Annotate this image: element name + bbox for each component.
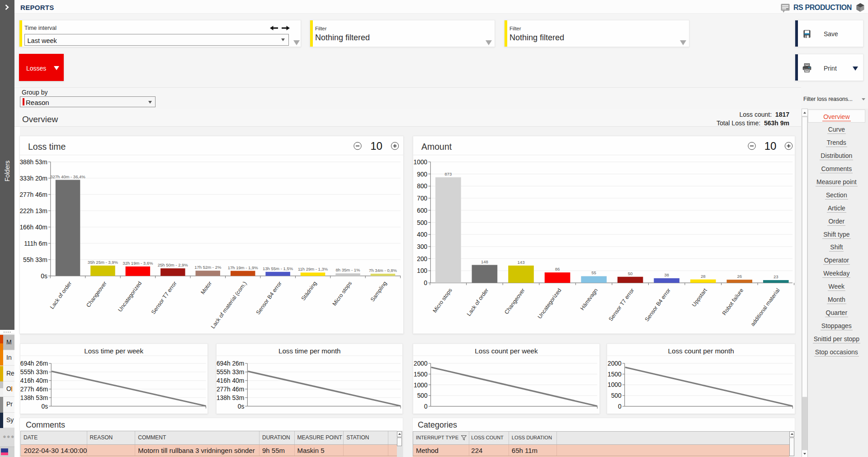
svg-text:Motor: Motor [199,280,213,295]
svg-text:2000: 2000 [414,360,428,367]
svg-text:0: 0 [424,280,428,286]
svg-text:555h 33m: 555h 33m [216,369,244,376]
svg-text:Sensor B4 error: Sensor B4 error [255,280,283,315]
svg-text:Loss time per week: Loss time per week [84,347,143,355]
svg-text:416h 40m: 416h 40m [216,377,244,384]
svg-text:900: 900 [417,171,427,178]
svg-text:0s: 0s [42,403,48,409]
svg-text:Sensor T7 error: Sensor T7 error [150,280,178,315]
svg-text:10: 10 [370,140,382,152]
svg-text:138h 53m: 138h 53m [20,394,48,401]
svg-text:0s: 0s [237,403,244,409]
svg-text:Micro stops: Micro stops [331,280,353,307]
svg-text:1000: 1000 [414,159,428,166]
svg-text:800: 800 [417,183,427,190]
svg-text:277h 46m: 277h 46m [20,386,48,392]
svg-text:Uncategorized: Uncategorized [536,287,562,320]
svg-text:700: 700 [417,195,427,202]
svg-text:222h 13m: 222h 13m [19,208,47,214]
svg-text:25h 50m - 2,9%: 25h 50m - 2,9% [158,262,189,267]
svg-text:694h 26m: 694h 26m [20,360,48,367]
svg-text:Loss time per month: Loss time per month [278,347,340,355]
svg-text:555h 33m: 555h 33m [20,369,48,376]
svg-text:17h 19m - 1,9%: 17h 19m - 1,9% [228,265,259,270]
svg-text:2000: 2000 [608,360,622,367]
svg-text:166h 40m: 166h 40m [19,224,47,231]
svg-text:Changeover: Changeover [503,287,526,315]
svg-text:1000: 1000 [414,381,428,388]
svg-text:100: 100 [417,267,427,274]
svg-text:143: 143 [518,260,525,265]
svg-text:Städning: Städning [300,280,318,302]
svg-text:333h 20m: 333h 20m [19,175,47,182]
svg-text:Micro stops: Micro stops [432,287,453,314]
svg-text:Changeover: Changeover [85,280,108,308]
svg-text:500: 500 [611,392,621,399]
svg-text:1500: 1500 [608,371,622,377]
svg-text:10: 10 [764,140,777,152]
svg-text:277h 46m: 277h 46m [19,191,47,198]
svg-text:138h 53m: 138h 53m [216,394,244,401]
svg-text:26: 26 [737,274,742,279]
svg-text:8h 35m - 1%: 8h 35m - 1% [336,267,360,272]
svg-text:148: 148 [481,259,488,264]
svg-text:Lack of order: Lack of order [49,280,73,310]
svg-text:17h 52m - 2%: 17h 52m - 2% [194,265,222,270]
svg-text:600: 600 [417,207,427,214]
svg-text:additional material: additional material [750,287,781,328]
svg-text:55h 33m: 55h 33m [23,257,47,263]
svg-text:0: 0 [618,403,622,410]
svg-text:38: 38 [664,272,669,277]
svg-text:400: 400 [417,231,427,238]
svg-text:500: 500 [417,392,427,399]
svg-text:694h 26m: 694h 26m [216,360,244,367]
svg-text:111h 6m: 111h 6m [24,240,47,247]
svg-text:Robot failure: Robot failure [721,287,745,317]
svg-text:500: 500 [417,219,427,226]
svg-text:300: 300 [417,243,427,250]
svg-text:0: 0 [424,403,428,410]
svg-text:1500: 1500 [414,371,428,377]
svg-text:Sensor B4 error: Sensor B4 error [644,287,672,323]
svg-text:388h 53m: 388h 53m [19,159,47,166]
svg-text:Lack of order: Lack of order [466,287,490,317]
svg-text:Amount: Amount [421,142,452,152]
svg-text:Loss count per week: Loss count per week [475,347,538,355]
svg-text:Sampling: Sampling [369,280,388,303]
svg-text:416h 40m: 416h 40m [20,377,48,384]
svg-text:32h 19m - 3,6%: 32h 19m - 3,6% [123,261,153,266]
svg-text:327h 40m - 36,4%: 327h 40m - 36,4% [50,174,85,179]
svg-text:50: 50 [628,271,633,276]
svg-text:Uncategorized: Uncategorized [117,280,143,313]
svg-text:86: 86 [555,267,560,271]
svg-text:55: 55 [591,270,596,275]
svg-text:Sensor T7 error: Sensor T7 error [608,287,636,323]
svg-text:Lack of material (com.): Lack of material (com.) [210,280,248,329]
svg-text:277h 46m: 277h 46m [216,386,244,392]
svg-text:35h 25m - 3,9%: 35h 25m - 3,9% [88,260,118,265]
svg-text:11h 29m - 1,3%: 11h 29m - 1,3% [298,267,328,271]
svg-text:873: 873 [444,171,452,176]
svg-text:23: 23 [774,274,778,279]
svg-text:1000: 1000 [608,381,622,388]
svg-text:Loss count per month: Loss count per month [668,347,734,355]
svg-text:Uppstart: Uppstart [691,287,708,308]
svg-text:Loss time: Loss time [28,142,66,152]
svg-text:13h 55m - 1,5%: 13h 55m - 1,5% [263,266,293,271]
svg-text:200: 200 [417,256,427,262]
svg-text:Hämtvagn: Hämtvagn [579,287,599,312]
svg-text:0s: 0s [41,273,47,280]
svg-text:28: 28 [701,274,706,279]
svg-text:7h 34m - 0,8%: 7h 34m - 0,8% [369,268,397,273]
